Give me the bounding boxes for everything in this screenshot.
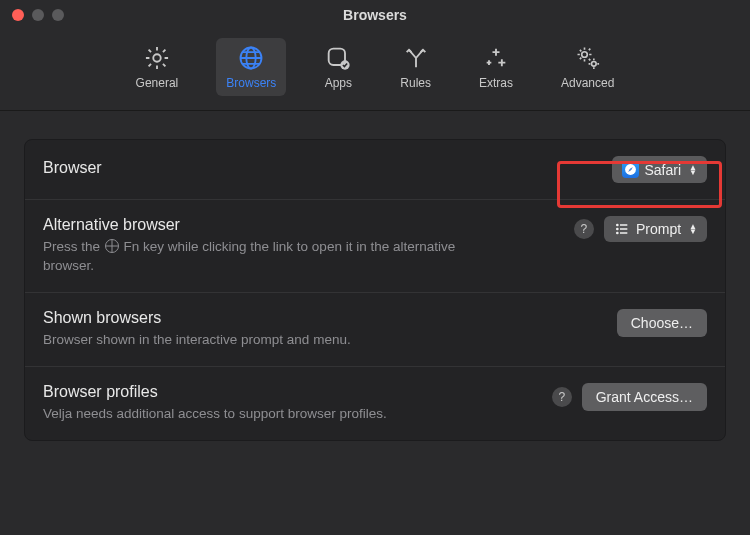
- settings-panel: Browser Safari ▲▼ Alternative browser: [24, 139, 726, 441]
- gear-icon: [143, 44, 171, 72]
- row-title: Alternative browser: [43, 216, 558, 234]
- popup-value: Safari: [645, 162, 682, 178]
- preferences-toolbar: General Browsers Apps Rules Extras Advan…: [0, 30, 750, 111]
- tab-advanced[interactable]: Advanced: [551, 38, 624, 96]
- tab-label: Apps: [325, 76, 352, 90]
- row-alternative-browser: Alternative browser Press the Fn key whi…: [25, 200, 725, 293]
- tab-label: Browsers: [226, 76, 276, 90]
- list-icon: [614, 221, 630, 237]
- window-title: Browsers: [0, 7, 750, 23]
- row-description: Press the Fn key while clicking the link…: [43, 238, 473, 276]
- default-browser-popup[interactable]: Safari ▲▼: [612, 156, 708, 183]
- tab-rules[interactable]: Rules: [390, 38, 441, 96]
- row-description: Browser shown in the interactive prompt …: [43, 331, 473, 350]
- row-browser: Browser Safari ▲▼: [25, 140, 725, 200]
- choose-shown-browsers-button[interactable]: Choose…: [617, 309, 707, 337]
- tab-extras[interactable]: Extras: [469, 38, 523, 96]
- svg-point-9: [617, 228, 618, 229]
- tab-label: Extras: [479, 76, 513, 90]
- globe-key-icon: [105, 239, 119, 253]
- gears-icon: [574, 44, 602, 72]
- minimize-window-button[interactable]: [32, 9, 44, 21]
- tab-label: General: [136, 76, 179, 90]
- help-button[interactable]: ?: [574, 219, 594, 239]
- branch-icon: [402, 44, 430, 72]
- sparkles-icon: [482, 44, 510, 72]
- tab-apps[interactable]: Apps: [314, 38, 362, 96]
- titlebar: Browsers: [0, 0, 750, 30]
- row-title: Shown browsers: [43, 309, 601, 327]
- row-browser-profiles: Browser profiles Velja needs additional …: [25, 367, 725, 440]
- svg-point-5: [581, 52, 587, 58]
- help-button[interactable]: ?: [552, 387, 572, 407]
- alternative-browser-popup[interactable]: Prompt ▲▼: [604, 216, 707, 242]
- grant-access-button[interactable]: Grant Access…: [582, 383, 707, 411]
- svg-point-0: [153, 54, 160, 61]
- svg-point-6: [591, 62, 596, 67]
- close-window-button[interactable]: [12, 9, 24, 21]
- svg-point-8: [617, 224, 618, 225]
- tab-label: Advanced: [561, 76, 614, 90]
- tab-browsers[interactable]: Browsers: [216, 38, 286, 96]
- row-shown-browsers: Shown browsers Browser shown in the inte…: [25, 293, 725, 367]
- row-title: Browser profiles: [43, 383, 536, 401]
- chevron-up-down-icon: ▲▼: [689, 165, 697, 175]
- tab-general[interactable]: General: [126, 38, 189, 96]
- app-badge-icon: [324, 44, 352, 72]
- globe-icon: [237, 44, 265, 72]
- safari-icon: [622, 161, 639, 178]
- traffic-lights: [0, 9, 64, 21]
- chevron-up-down-icon: ▲▼: [689, 224, 697, 234]
- popup-value: Prompt: [636, 221, 681, 237]
- row-title: Browser: [43, 159, 596, 177]
- tab-label: Rules: [400, 76, 431, 90]
- zoom-window-button[interactable]: [52, 9, 64, 21]
- svg-point-10: [617, 232, 618, 233]
- row-description: Velja needs additional access to support…: [43, 405, 473, 424]
